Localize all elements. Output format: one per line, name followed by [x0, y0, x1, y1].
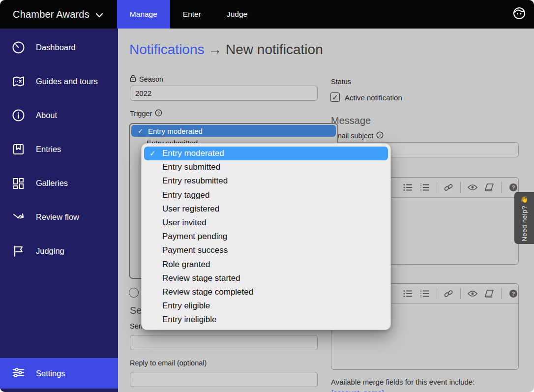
dropdown-menu-item[interactable]: Role granted — [144, 258, 388, 271]
dropdown-item-label: User registered — [162, 204, 219, 214]
bullet-list-icon[interactable] — [403, 289, 413, 299]
book-icon[interactable] — [484, 182, 494, 192]
svg-text:?: ? — [512, 291, 515, 297]
sidebar-item-guides[interactable]: Guides and tours — [0, 64, 118, 98]
sidebar-item-label: About — [36, 111, 57, 120]
top-nav: Manage Enter Judge — [117, 0, 260, 29]
need-help-tab[interactable]: 👋 Need help? — [514, 192, 534, 244]
svg-text:?: ? — [379, 133, 381, 138]
org-switcher[interactable]: Chamber Awards — [0, 0, 117, 29]
breadcrumb-arrow: → — [208, 42, 222, 57]
sidebar-item-label: Judging — [36, 246, 64, 256]
dropdown-item-label: Entry submitted — [162, 162, 220, 172]
sidebar-item-about[interactable]: About — [0, 98, 118, 132]
active-notification-checkbox[interactable]: ✓ — [330, 92, 340, 102]
send-option-radio[interactable] — [129, 288, 139, 298]
toolbar-divider — [437, 288, 437, 299]
bookmark-icon — [12, 143, 25, 156]
dropdown-menu-item[interactable]: Payment success — [144, 243, 388, 257]
sliders-icon — [12, 366, 25, 381]
check-icon: ✓ — [332, 93, 338, 102]
sidebar-item-label: Dashboard — [36, 43, 76, 52]
trigger-label-text: Trigger — [130, 110, 152, 118]
editor-help-icon[interactable]: ? — [508, 289, 518, 299]
season-label: Season — [130, 75, 163, 84]
trigger-option-label: Entry moderated — [148, 127, 203, 135]
numbered-list-icon[interactable] — [420, 182, 430, 192]
tab-judge[interactable]: Judge — [214, 0, 260, 29]
toolbar-divider — [437, 182, 437, 193]
editor-help-icon[interactable]: ? — [508, 182, 518, 192]
dropdown-item-label: Payment success — [162, 245, 228, 255]
help-circle-icon[interactable]: ? — [376, 131, 384, 140]
dropdown-item-label: Role granted — [162, 260, 210, 270]
reply-to-label: Reply to email (optional) — [130, 359, 207, 367]
preview-eye-icon[interactable] — [468, 289, 477, 299]
dropdown-item-label: Entry eligible — [162, 301, 210, 311]
bullet-list-icon[interactable] — [403, 182, 413, 192]
link-icon[interactable] — [444, 182, 454, 192]
dropdown-menu-item[interactable]: User invited — [144, 216, 388, 230]
numbered-list-icon[interactable] — [420, 289, 430, 299]
dropdown-menu-item[interactable]: Review stage completed — [144, 285, 388, 299]
sidebar-item-entries[interactable]: Entries — [0, 132, 118, 166]
sidebar-item-dashboard[interactable]: Dashboard — [0, 30, 118, 64]
sidebar-item-galleries[interactable]: Galleries — [0, 166, 118, 200]
dropdown-menu-item[interactable]: Entry ineligible — [144, 313, 388, 327]
dashboard-icon — [12, 41, 25, 54]
status-label: Status — [331, 78, 351, 86]
preview-eye-icon[interactable] — [468, 182, 477, 192]
dropdown-menu-item[interactable]: ✓Entry moderated — [144, 147, 388, 160]
tab-manage-label: Manage — [130, 10, 157, 19]
toolbar-divider — [501, 182, 502, 193]
dropdown-menu-item[interactable]: Entry tagged — [144, 188, 388, 202]
dropdown-menu-item[interactable]: Payment pending — [144, 230, 388, 243]
svg-text:?: ? — [512, 184, 515, 190]
sidebar-item-label: Settings — [36, 369, 65, 378]
trigger-label: Trigger ? — [130, 109, 162, 118]
chevron-down-icon — [95, 9, 103, 20]
sidebar-item-label: Galleries — [36, 179, 68, 188]
wave-emoji-icon: 👋 — [520, 196, 528, 203]
dropdown-menu-item[interactable]: Entry submitted — [144, 160, 388, 174]
sidebar-item-judging[interactable]: Judging — [0, 234, 118, 268]
check-icon: ✓ — [149, 149, 158, 158]
help-circle-icon[interactable]: ? — [155, 109, 162, 118]
svg-text:?: ? — [157, 111, 160, 116]
merge-field-link[interactable]: {account_name} — [331, 389, 384, 392]
top-bar: Chamber Awards Manage Enter Judge — [0, 0, 534, 29]
app-window: Chamber Awards Manage Enter Judge — [0, 0, 534, 392]
sidebar-item-label: Guides and tours — [36, 77, 98, 86]
season-input[interactable] — [130, 86, 318, 101]
sidebar-item-review-flow[interactable]: Review flow — [0, 200, 118, 234]
sender-name-input[interactable] — [130, 335, 318, 350]
dropdown-item-label: Entry tagged — [162, 190, 209, 200]
map-icon — [12, 75, 25, 88]
trigger-option-row[interactable]: ✓Entry moderated — [131, 125, 336, 137]
breadcrumb: Notifications → New notification — [129, 42, 323, 58]
dropdown-item-label: Review stage started — [162, 273, 240, 283]
link-icon[interactable] — [444, 289, 454, 299]
tab-enter[interactable]: Enter — [170, 0, 214, 29]
breadcrumb-notifications-link[interactable]: Notifications — [129, 42, 205, 57]
account-menu-button[interactable] — [512, 0, 534, 29]
dropdown-item-label: Payment pending — [162, 232, 227, 241]
sidebar-item-label: Review flow — [36, 212, 79, 222]
info-icon — [12, 109, 25, 122]
dropdown-menu-item[interactable]: User registered — [144, 202, 388, 216]
book-icon[interactable] — [484, 289, 494, 299]
dropdown-menu-item[interactable]: Entry resubmitted — [144, 174, 388, 188]
dropdown-item-label: Entry resubmitted — [162, 176, 228, 186]
dropdown-menu-item[interactable]: Entry eligible — [144, 299, 388, 313]
tab-enter-label: Enter — [183, 10, 201, 19]
avatar-face-icon — [512, 6, 526, 22]
toolbar-divider — [460, 288, 461, 299]
dropdown-item-label: Review stage completed — [162, 287, 253, 297]
merge-note-text: Available merge fields for this event in… — [331, 378, 475, 386]
dropdown-menu-item[interactable]: Review stage started — [144, 271, 388, 285]
need-help-label: Need help? — [521, 206, 528, 241]
sidebar-item-settings[interactable]: Settings — [0, 358, 118, 389]
reply-to-input[interactable] — [130, 372, 318, 387]
merge-fields-note: Available merge fields for this event in… — [331, 377, 524, 392]
tab-manage[interactable]: Manage — [117, 0, 170, 29]
